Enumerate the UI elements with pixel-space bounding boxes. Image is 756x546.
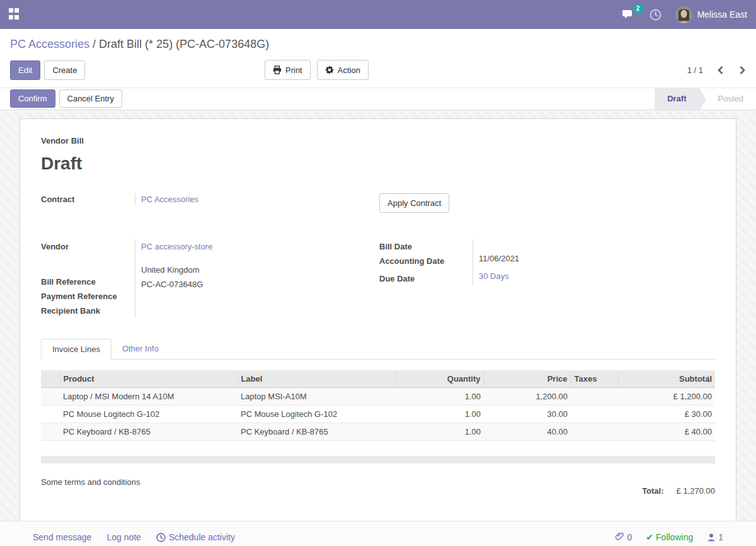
cell-label[interactable]: PC Keyboard / KB-8765 <box>238 423 396 440</box>
bill-date-label: Bill Date <box>379 239 472 254</box>
cell-product[interactable]: PC Keyboard / KB-8765 <box>60 423 238 440</box>
cell-price[interactable]: 1,200.00 <box>484 387 571 405</box>
bill-sheet: Vendor Bill Draft Contract PC Accessorie… <box>20 118 736 521</box>
total-value: £ 1,270.00 <box>677 486 715 496</box>
col-header-price[interactable]: Price <box>484 370 571 388</box>
follower-person-icon <box>707 533 716 542</box>
attachments-button[interactable]: 0 <box>616 532 633 542</box>
schedule-clock-icon <box>156 533 166 542</box>
cell-subtotal[interactable]: £ 1,200.00 <box>618 387 715 405</box>
following-label: Following <box>656 532 693 542</box>
action-label: Action <box>338 66 360 74</box>
log-note-button[interactable]: Log note <box>106 532 141 542</box>
col-header-product[interactable]: Product <box>60 370 238 388</box>
schedule-activity-button[interactable]: Schedule activity <box>156 532 235 542</box>
tab-invoice-lines[interactable]: Invoice Lines <box>41 339 112 360</box>
paperclip-icon <box>616 532 625 542</box>
schedule-activity-label: Schedule activity <box>169 532 235 542</box>
breadcrumb-parent-link[interactable]: PC Accessories <box>10 38 89 50</box>
status-step-draft[interactable]: Draft <box>655 88 699 110</box>
breadcrumb-current: Draft Bill (* 25) (PC-AC-073648G) <box>99 38 269 50</box>
breadcrumb-separator: / <box>93 38 96 50</box>
cell-label[interactable]: PC Mouse Logitech G-102 <box>238 405 396 423</box>
cell-taxes[interactable] <box>571 405 618 423</box>
send-message-button[interactable]: Send message <box>33 532 91 542</box>
status-states: Draft Posted <box>655 88 756 110</box>
control-panel: PC Accessories / Draft Bill (* 25) (PC-A… <box>0 29 756 88</box>
status-step-posted[interactable]: Posted <box>699 88 756 110</box>
apps-menu-icon[interactable] <box>9 8 21 21</box>
cell-taxes[interactable] <box>571 387 618 405</box>
recipient-bank-label: Recipient Bank <box>41 304 135 318</box>
vendor-label: Vendor <box>41 239 135 254</box>
tab-other-info[interactable]: Other Info <box>112 339 169 359</box>
chatter-toolbar: Send message Log note Schedule activity … <box>0 521 756 546</box>
cell-product[interactable]: PC Mouse Logitech G-102 <box>60 405 238 423</box>
user-menu[interactable]: Melissa East <box>675 6 747 23</box>
avatar <box>675 6 692 23</box>
due-date-value-link[interactable]: 30 Days <box>479 271 509 281</box>
cell-subtotal[interactable]: £ 30.00 <box>618 405 715 423</box>
apply-contract-button[interactable]: Apply Contract <box>379 193 449 213</box>
col-header-quantity[interactable]: Quantity <box>396 370 484 388</box>
statusbar: Confirm Cancel Entry Draft Posted <box>0 88 756 110</box>
vendor-value-link[interactable]: PC accessory-store <box>141 242 212 251</box>
follower-count: 1 <box>718 532 723 542</box>
confirm-button[interactable]: Confirm <box>10 89 55 108</box>
cell-quantity[interactable]: 1.00 <box>396 423 484 440</box>
table-row[interactable]: PC Keyboard / KB-8765 PC Keyboard / KB-8… <box>41 423 715 440</box>
cell-price[interactable]: 40.00 <box>484 423 571 440</box>
bill-reference-value: PC-AC-073648G <box>141 277 379 292</box>
form-view-background: Vendor Bill Draft Contract PC Accessorie… <box>0 110 756 521</box>
notebook-tabs: Invoice Lines Other Info <box>41 339 715 360</box>
edit-button[interactable]: Edit <box>10 60 40 80</box>
cell-subtotal[interactable]: £ 40.00 <box>618 423 715 440</box>
document-type-label: Vendor Bill <box>41 136 715 145</box>
total-label: Total: <box>642 486 663 496</box>
top-navbar: 2 Melissa East <box>0 0 756 29</box>
following-toggle[interactable]: ✔ Following <box>646 532 693 542</box>
cell-product[interactable]: Laptop / MSI Modern 14 A10M <box>60 387 238 405</box>
cell-taxes[interactable] <box>571 423 618 440</box>
payment-reference-value <box>141 292 379 304</box>
accounting-date-value: 11/06/2021 <box>479 251 715 266</box>
action-button[interactable]: Action <box>317 60 369 80</box>
optional-columns-icon[interactable]: ⋮ <box>704 374 713 384</box>
table-row[interactable]: PC Mouse Logitech G-102 PC Mouse Logitec… <box>41 405 715 423</box>
col-header-subtotal[interactable]: Subtotal ⋮ <box>618 370 715 388</box>
gear-icon <box>325 65 334 74</box>
pager-counter: 1 / 1 <box>687 65 703 75</box>
cancel-entry-button[interactable]: Cancel Entry <box>59 89 122 108</box>
table-row[interactable]: Laptop / MSI Modern 14 A10M Laptop MSI-A… <box>41 387 715 405</box>
attachment-count: 0 <box>627 532 633 542</box>
pager-next-icon[interactable] <box>739 65 746 75</box>
col-header-taxes[interactable]: Taxes <box>571 370 618 388</box>
table-header-row: Product Label Quantity Price Taxes Subto… <box>41 370 715 388</box>
cell-quantity[interactable]: 1.00 <box>396 405 484 423</box>
document-state-title: Draft <box>41 154 715 174</box>
bill-date-value <box>479 239 715 251</box>
cell-quantity[interactable]: 1.00 <box>396 387 484 405</box>
terms-and-conditions: Some terms and conditions <box>41 477 140 496</box>
print-button[interactable]: Print <box>265 60 311 80</box>
activities-clock-icon[interactable] <box>650 9 662 21</box>
print-label: Print <box>285 66 302 74</box>
accounting-date-label: Accounting Date <box>379 254 472 268</box>
messages-icon[interactable]: 2 <box>622 9 636 20</box>
contract-label: Contract <box>41 193 135 205</box>
cell-price[interactable]: 30.00 <box>484 405 571 423</box>
cell-label[interactable]: Laptop MSI-A10M <box>238 387 396 405</box>
followers-button[interactable]: 1 <box>707 532 723 542</box>
due-date-label: Due Date <box>379 271 472 286</box>
pager-previous-icon[interactable] <box>717 65 724 75</box>
message-count-badge: 2 <box>633 4 643 13</box>
bill-reference-label: Bill Reference <box>41 275 135 289</box>
invoice-lines-table: Product Label Quantity Price Taxes Subto… <box>41 370 715 441</box>
contract-value-link[interactable]: PC Accessories <box>141 195 198 204</box>
breadcrumb: PC Accessories / Draft Bill (* 25) (PC-A… <box>10 38 746 51</box>
check-icon: ✔ <box>646 532 653 542</box>
table-horizontal-scrollbar[interactable] <box>41 456 715 464</box>
create-button[interactable]: Create <box>44 60 85 80</box>
col-header-label[interactable]: Label <box>238 370 396 388</box>
recipient-bank-value <box>141 304 379 316</box>
